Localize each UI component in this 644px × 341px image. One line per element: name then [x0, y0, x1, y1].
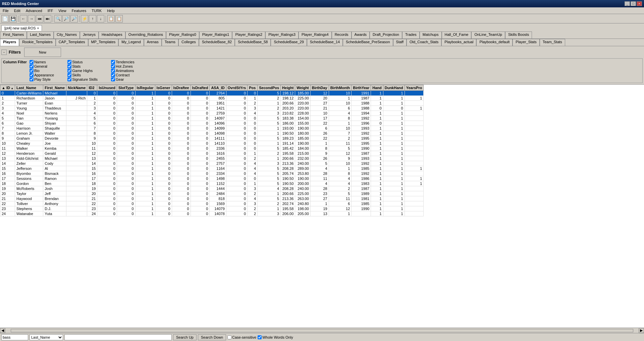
toolbar-search1-button[interactable]: 🔍 [54, 15, 62, 22]
table-row[interactable]: 3YoungThaddeus30010001421032203.20220.00… [0, 106, 424, 111]
tab2-playbooks-actual[interactable]: Playbooks_actual [441, 39, 476, 46]
filter-checkbox-stats[interactable] [67, 64, 71, 68]
col-header-isregular[interactable]: IsRegular [135, 85, 155, 91]
col-header-height[interactable]: Height [281, 85, 295, 91]
table-row[interactable]: 24WatanabeYuta2400100014078023206.00205.… [0, 211, 424, 216]
filter-checkbox-animations[interactable] [111, 69, 115, 73]
col-header-nickname[interactable]: NickName [66, 85, 87, 91]
filter-checkbox-appearance[interactable] [30, 73, 34, 77]
case-sensitive-checkbox[interactable] [227, 335, 231, 339]
tab2-player-stats[interactable]: Player_Stats [513, 39, 539, 46]
maximize-button[interactable]: □ [631, 1, 636, 6]
filter-checkbox-signature-skills[interactable] [67, 77, 71, 81]
filter-checkbox-skills[interactable] [67, 73, 71, 77]
table-row[interactable]: 4NoelNerlens40010002759043210.82228.0010… [0, 111, 424, 116]
table-row[interactable]: 18GordonBen180010001152015190.50200.0044… [0, 181, 424, 186]
toolbar-down-button[interactable]: ↓ [97, 15, 104, 22]
tab1-hall-of-fame[interactable]: Hall_Of_Fame [442, 31, 472, 39]
tab1-city-names[interactable]: City_Names [54, 31, 80, 39]
search-down-button[interactable]: Search Down [198, 334, 226, 340]
menu-item-iff[interactable]: IFF [46, 8, 55, 13]
table-row[interactable]: 17SessionsRamon170010001498005190.50190.… [0, 176, 424, 181]
filter-checkbox-game-highs[interactable] [67, 69, 71, 73]
tab1-overriding-rotations[interactable]: Overriding_Rotations [125, 31, 166, 39]
table-row[interactable]: 7HarrisonShaquille700100014099001193.001… [0, 126, 424, 131]
table-row[interactable]: 5TianYuxiang500100014097005183.38154.001… [0, 116, 424, 121]
search-text-input[interactable] [1, 334, 28, 340]
filter-checkbox-bio[interactable] [30, 69, 34, 73]
search-up-button[interactable]: Search Up [173, 334, 197, 340]
tab1-player-ratings2[interactable]: Player_Ratings2 [232, 31, 265, 39]
col-header-secondpos[interactable]: SecondPos [258, 85, 281, 91]
menu-item-features[interactable]: Features [70, 8, 88, 13]
toolbar-save-button[interactable]: 💾 [9, 15, 17, 22]
tab2-old-coach-stats[interactable]: Old_Coach_Stats [407, 39, 441, 46]
close-button[interactable]: × [637, 1, 642, 6]
table-row[interactable]: 19McRobertsJosh190010001444034208.28240.… [0, 186, 424, 191]
table-row[interactable]: 10ChealeyJoe1000100014110001191.14190.00… [0, 141, 424, 146]
tab2-schedulebase-82[interactable]: ScheduleBase_82 [199, 39, 235, 46]
tab2-team-stats[interactable]: Team_Stats [540, 39, 565, 46]
scroll-track[interactable] [11, 329, 633, 332]
tab1-awards[interactable]: Awards [352, 31, 370, 39]
toolbar-first-button[interactable]: ⏮ [36, 15, 43, 22]
search-value-input[interactable] [64, 334, 172, 340]
col-header-pos[interactable]: Pos [248, 85, 258, 91]
table-row[interactable]: 23StephensD.J.2300100014079021195.58198.… [0, 206, 424, 211]
tab2-players[interactable]: Players [0, 39, 19, 46]
col-header-yearspro[interactable]: YearsPro [405, 85, 424, 91]
col-header-ovrdstyrs[interactable]: OvrdStYrs [226, 85, 247, 91]
search-field-select[interactable]: Last_Name First_Name NickName [30, 334, 63, 340]
table-row[interactable]: 11WalkerKemba110010002336005185.42184.00… [0, 146, 424, 151]
table-row[interactable]: 20TaylorJeff200010002484021200.66225.002… [0, 191, 424, 196]
col-header-birthday[interactable]: BirthDay [310, 85, 329, 91]
filter-checkbox-tendencies[interactable] [111, 60, 115, 64]
toolbar-up-button[interactable]: ↑ [89, 15, 96, 22]
col-header-isdraftee[interactable]: IsDraftee [172, 85, 191, 91]
filter-checkbox-gear[interactable] [111, 77, 115, 81]
table-container[interactable]: ▲ IDLast_NameFirst_NameNickNameID2IsUnus… [0, 85, 644, 328]
table-row[interactable]: 1RichardsonJasonJ Rich1001000805012198.1… [0, 96, 424, 101]
col-header-birthmonth[interactable]: BirthMonth [329, 85, 352, 91]
tab2-arenas[interactable]: Arenas [144, 39, 162, 46]
tab1-draft-projection[interactable]: Draft_Projection [370, 31, 402, 39]
tab2-my-legend[interactable]: My_Legend [118, 39, 144, 46]
menu-item-file[interactable]: File [1, 8, 10, 13]
horizontal-scrollbar[interactable]: ◀ ▶ [0, 328, 644, 333]
tab2-rookie-templates[interactable]: Rookie_Templates [19, 39, 56, 46]
tab2-schedulebase-preseason[interactable]: ScheduleBase_PreSeason [343, 39, 393, 46]
menu-item-turk[interactable]: TURK [90, 8, 103, 13]
scroll-left-button[interactable]: ◀ [0, 328, 5, 333]
tab1-trades[interactable]: Trades [402, 31, 420, 39]
col-header-isgener[interactable]: IsGener [155, 85, 172, 91]
tab2-cap-templates[interactable]: CAP_Templates [56, 39, 88, 46]
table-row[interactable]: 14ZellerCody140010002757043213.36240.005… [0, 161, 424, 166]
filter-checkbox-hot-zones[interactable] [111, 64, 115, 68]
toolbar-copy1-button[interactable]: 📋 [107, 15, 115, 22]
col-header-slottype[interactable]: SlotType [117, 85, 135, 91]
menu-item-help[interactable]: Help [106, 8, 116, 13]
filter-checkbox-contract[interactable] [111, 73, 115, 77]
toolbar-action-button[interactable]: ⚡ [81, 15, 88, 22]
col-header-id[interactable]: ▲ ID [0, 85, 15, 91]
tab1-player-ratings4[interactable]: Player_Ratings4 [299, 31, 332, 39]
tab1-online-teamup[interactable]: OnLine_TeamUp [471, 31, 505, 39]
tab1-jerseys[interactable]: Jerseys [80, 31, 99, 39]
table-row[interactable]: 22TolliverAnthony220010001569032202.7424… [0, 201, 424, 206]
tab1-player-ratings1[interactable]: Player_Ratings1 [199, 31, 232, 39]
table-row[interactable]: 21HaywoodBrendan21001000818045213.36263.… [0, 196, 424, 201]
toolbar-forward-button[interactable]: → [28, 15, 35, 22]
table-row[interactable]: 6GaoShiyan600100014096005186.00155.00221… [0, 121, 424, 126]
col-header-firstname[interactable]: First_Name [43, 85, 66, 91]
table-row[interactable]: 15JeffersonAl150010001164045208.28289.00… [0, 166, 424, 171]
col-header-dunkhand[interactable]: DunkHand [383, 85, 405, 91]
tab2-schedulebase-29[interactable]: ScheduleBase_29 [271, 39, 307, 46]
table-row[interactable]: 0Carter-WilliamsMichael00010002764005198… [0, 91, 424, 96]
scroll-right-button[interactable]: ▶ [639, 328, 644, 333]
toolbar-last-button[interactable]: ⏭ [44, 15, 51, 22]
tab1-player-ratings3[interactable]: Player_Ratings3 [265, 31, 299, 39]
toolbar-copy2-button[interactable]: 📋 [115, 15, 123, 22]
col-header-hand[interactable]: Hand [371, 85, 383, 91]
tab1-matchups[interactable]: Matchups [420, 31, 442, 39]
tab1-records[interactable]: Records [332, 31, 352, 39]
